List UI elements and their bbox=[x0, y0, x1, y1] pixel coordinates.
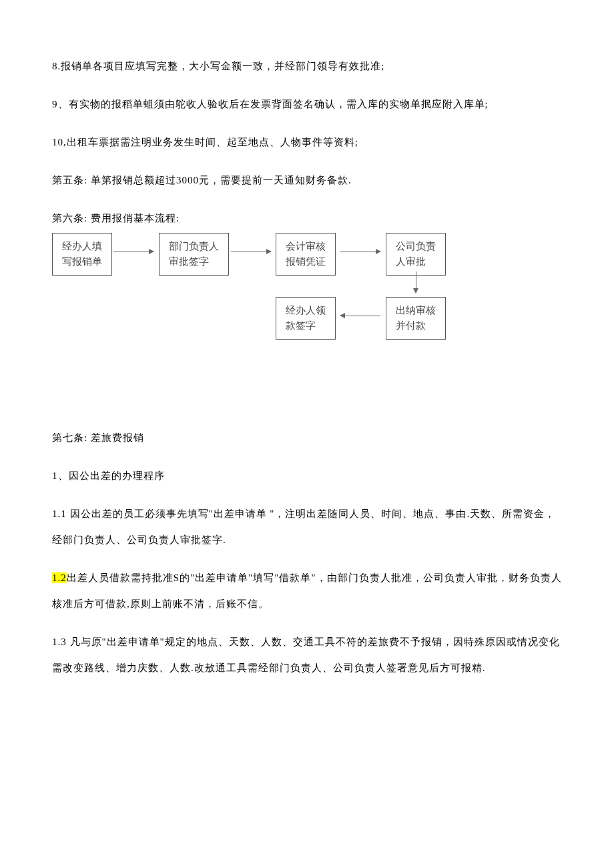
flow-box-1: 经办人填 写报销单 bbox=[52, 233, 112, 276]
doc-article-7-title: 第七条: 差旅费报销 bbox=[52, 425, 562, 451]
arrow-3-4 bbox=[340, 252, 380, 252]
doc-article-5: 第五条: 单第报销总额超过3000元，需要提前一天通知财务备款. bbox=[52, 167, 562, 193]
flow-box-1-line2: 写报销单 bbox=[62, 256, 102, 267]
flow-box-5-line1: 出纳审核 bbox=[396, 305, 436, 316]
flow-box-2-line2: 审批签字 bbox=[169, 256, 209, 267]
flow-box-5-line2: 并付款 bbox=[396, 320, 426, 331]
doc-paragraph-1-2: 1.2出差人员借款需持批准S的"出差申请单"填写"借款单"，由部门负责人批准，公… bbox=[52, 565, 562, 617]
flow-box-6-line1: 经办人领 bbox=[286, 305, 326, 316]
highlight-1-2: 1.2 bbox=[52, 572, 67, 583]
doc-paragraph-9: 9、有实物的报稻单蛆须由鸵收人验收后在发票背面签名确认，需入库的实物单抿应附入库… bbox=[52, 91, 562, 117]
flow-box-3-line2: 报销凭证 bbox=[286, 256, 326, 267]
arrow-2-3 bbox=[231, 252, 271, 252]
flow-box-6: 经办人领 款签字 bbox=[276, 297, 336, 340]
flow-box-4-line2: 人审批 bbox=[396, 256, 426, 267]
flow-box-5: 出纳审核 并付款 bbox=[386, 297, 446, 340]
arrow-1-2 bbox=[113, 252, 154, 252]
doc-paragraph-1-1: 1.1 因公出差的员工必须事先填写"出差申请单 "，注明出差随同人员、时间、地点… bbox=[52, 501, 562, 553]
flow-box-3: 会计审核 报销凭证 bbox=[276, 233, 336, 276]
doc-paragraph-10: 10,出租车票据需注明业务发生时间、起至地点、人物事件等资料; bbox=[52, 129, 562, 155]
flow-box-2: 部门负责人 审批签字 bbox=[159, 233, 229, 276]
flow-box-1-line1: 经办人填 bbox=[62, 241, 102, 252]
flow-box-4-line1: 公司负责 bbox=[396, 241, 436, 252]
flow-box-3-line1: 会计审核 bbox=[286, 241, 326, 252]
flowchart-container: 经办人填 写报销单 部门负责人 审批签字 会计审核 报销凭证 公司负责 人审批 … bbox=[52, 233, 519, 340]
doc-article-6-title: 第六条: 费用报俏基本流程: bbox=[52, 205, 562, 232]
flow-box-4: 公司负责 人审批 bbox=[386, 233, 446, 276]
arrow-4-5 bbox=[416, 272, 416, 293]
flow-box-6-line2: 款签字 bbox=[286, 320, 316, 331]
doc-section-1-title: 1、因公出差的办理程序 bbox=[52, 463, 562, 489]
arrow-5-6 bbox=[340, 316, 380, 316]
doc-paragraph-1-2-body: 出差人员借款需持批准S的"出差申请单"填写"借款单"，由部门负责人批准，公司负责… bbox=[52, 572, 562, 609]
doc-paragraph-8: 8.报销单各项目应填写完整，大小写金额一致，并经部门领导有效批准; bbox=[52, 53, 562, 79]
doc-paragraph-1-3: 1.3 凡与原"出差申请单"规定的地点、天数、人数、交通工具不符的差旅费不予报销… bbox=[52, 629, 562, 681]
flow-box-2-line1: 部门负责人 bbox=[169, 241, 219, 252]
